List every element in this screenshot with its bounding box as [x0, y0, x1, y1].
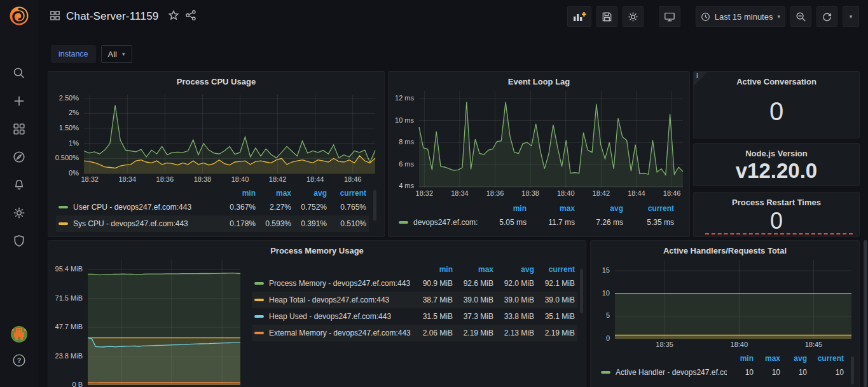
legend-header-min[interactable]: min [412, 265, 453, 274]
legend-label[interactable]: External Memory - devops247.ef.com:443 [269, 329, 411, 337]
legend-value: 38.7 MiB [412, 295, 453, 304]
stat-value: 0 [694, 208, 859, 234]
panel-process-memory-usage: Process Memory Usage 0 B23.8 MiB47.7 MiB… [48, 240, 586, 387]
y-axis-tick: 95.4 MiB [52, 265, 83, 273]
legend-scrollbar[interactable] [580, 269, 583, 313]
refresh-button[interactable] [816, 6, 837, 27]
legend-header-current[interactable]: current [327, 189, 366, 198]
legend-header-avg[interactable]: avg [493, 265, 534, 274]
dashboard-title[interactable]: Chat-Server-11159 [66, 10, 158, 23]
legend-scrollbar[interactable] [851, 356, 854, 384]
event-loop-chart[interactable]: 4 ms6 ms8 ms10 ms12 ms18:3218:3418:3618:… [392, 91, 685, 198]
variable-label[interactable]: instance [51, 45, 96, 63]
legend-row[interactable]: devops247.ef.com:4435.05 ms11.7 ms7.26 m… [396, 214, 677, 231]
legend-label[interactable]: Active Handler - devops247.ef.com:443 [616, 368, 727, 377]
legend-row[interactable]: User CPU - devops247.ef.com:4430.367%2.2… [56, 199, 369, 215]
legend-label[interactable]: Process Memory - devops247.ef.com:443 [269, 279, 410, 288]
legend-row[interactable]: Sys CPU - devops247.ef.com:4430.178%0.59… [56, 215, 369, 232]
dashboard-settings-button[interactable] [623, 6, 644, 27]
x-axis-tick: 18:32 [77, 175, 102, 183]
legend-header-avg[interactable]: avg [780, 354, 807, 363]
legend-label[interactable]: devops247.ef.com:443 [413, 218, 478, 227]
y-axis-tick: 47.7 MiB [52, 323, 83, 330]
panel-title[interactable]: Active Conversation [694, 74, 859, 89]
legend-value: 10 [780, 368, 807, 377]
cpu-chart[interactable]: 0%0.500%1%1.50%2%2.50%18:3218:3418:3618:… [52, 95, 378, 184]
dashboards-icon[interactable] [10, 119, 29, 139]
y-axis-tick: 0 B [52, 381, 83, 387]
page-scrollbar[interactable] [863, 33, 868, 387]
panel-title[interactable]: Active Handlers/Requests Total [591, 243, 859, 258]
share-icon[interactable] [185, 10, 196, 24]
legend-header-max[interactable]: max [256, 189, 291, 198]
legend-row[interactable]: External Memory - devops247.ef.com:4432.… [252, 325, 577, 341]
legend-row[interactable]: Heap Used - devops247.ef.com:44331.5 MiB… [252, 308, 577, 325]
x-axis-tick: 18:46 [659, 189, 685, 197]
legend-label[interactable]: Heap Total - devops247.ef.com:443 [269, 295, 389, 304]
legend-header-avg[interactable]: avg [575, 204, 623, 213]
legend-header-max[interactable]: max [527, 204, 575, 213]
legend-label[interactable]: Sys CPU - devops247.ef.com:443 [73, 219, 188, 228]
panel-nodejs-version: Node.js Version v12.20.0 [693, 143, 860, 186]
user-avatar[interactable] [0, 325, 38, 343]
legend-header-current[interactable]: current [807, 354, 844, 363]
legend-value: 10 [727, 368, 754, 377]
legend-header-min[interactable]: min [727, 354, 754, 363]
legend-header-avg[interactable]: avg [291, 189, 327, 198]
dashboard-squares-icon[interactable] [50, 10, 60, 24]
panel-title[interactable]: Process CPU Usage [48, 74, 384, 89]
legend-header-min[interactable]: min [220, 189, 256, 198]
time-range-picker[interactable]: Last 15 minutes ▾ [696, 6, 785, 27]
submenu-variables: instance All ▾ [51, 45, 132, 63]
y-axis-tick: 1% [52, 139, 79, 147]
help-icon[interactable]: ? [0, 353, 38, 367]
x-axis-tick: 18:40 [726, 341, 752, 348]
explore-icon[interactable] [10, 147, 29, 166]
grafana-logo[interactable] [8, 5, 30, 27]
legend-header-current[interactable]: current [534, 265, 575, 274]
x-axis-tick: 18:34 [447, 189, 472, 197]
y-axis-tick: 2% [52, 109, 79, 116]
panel-title[interactable]: Event Loop Lag [389, 74, 689, 89]
legend-value: 39.0 MiB [453, 295, 493, 304]
panel-process-restart-times: Process Restart Times 0 [693, 192, 860, 237]
memory-chart[interactable]: 0 B23.8 MiB47.7 MiB71.5 MiB95.4 MiB [52, 260, 243, 387]
create-icon[interactable] [10, 92, 29, 111]
legend-header-min[interactable]: min [478, 204, 527, 213]
legend-value: 5.05 ms [478, 218, 527, 227]
legend-value: 0.367% [220, 203, 256, 212]
legend-value: 10 [807, 368, 844, 377]
star-icon[interactable] [168, 10, 179, 24]
refresh-interval-dropdown[interactable]: ▾ [843, 6, 859, 27]
legend-row[interactable]: Active Handler - devops247.ef.com:443101… [598, 364, 846, 381]
legend-scrollbar[interactable] [373, 190, 376, 221]
configuration-gear-icon[interactable] [10, 203, 29, 222]
chevron-down-icon: ▾ [122, 51, 125, 57]
legend-value: 0.510% [327, 219, 366, 228]
legend-header-max[interactable]: max [453, 265, 493, 274]
handlers-chart[interactable]: 05101518:3518:4018:45 [596, 260, 854, 349]
legend-label[interactable]: User CPU - devops247.ef.com:443 [73, 203, 191, 212]
legend-header-max[interactable]: max [754, 354, 780, 363]
legend-value: 92.0 MiB [493, 279, 534, 288]
save-dashboard-button[interactable] [596, 6, 617, 27]
legend-label[interactable]: Heap Used - devops247.ef.com:443 [269, 312, 391, 321]
search-icon[interactable] [10, 64, 29, 83]
legend-value: 11.7 ms [527, 218, 575, 227]
panel-title[interactable]: Process Memory Usage [48, 243, 586, 258]
x-axis-tick: 18:38 [518, 189, 543, 197]
alerting-bell-icon[interactable] [10, 175, 29, 194]
variable-value-dropdown[interactable]: All ▾ [101, 45, 132, 63]
legend-swatch [59, 206, 68, 208]
legend-value: 5.35 ms [623, 218, 674, 227]
admin-shield-icon[interactable] [10, 231, 29, 250]
legend-row[interactable]: Process Memory - devops247.ef.com:44390.… [252, 275, 577, 292]
zoom-out-button[interactable] [790, 6, 811, 27]
legend-header-row: minmaxavgcurrent [252, 264, 577, 275]
legend-header-current[interactable]: current [623, 204, 674, 213]
add-panel-button[interactable] [567, 6, 591, 27]
cycle-view-mode-button[interactable] [659, 6, 680, 27]
top-navbar: Chat-Server-11159 Last 15 minutes ▾ ▾ [38, 0, 868, 33]
legend-row[interactable]: Heap Total - devops247.ef.com:44338.7 Mi… [252, 292, 577, 308]
x-axis-tick: 18:35 [652, 341, 677, 348]
